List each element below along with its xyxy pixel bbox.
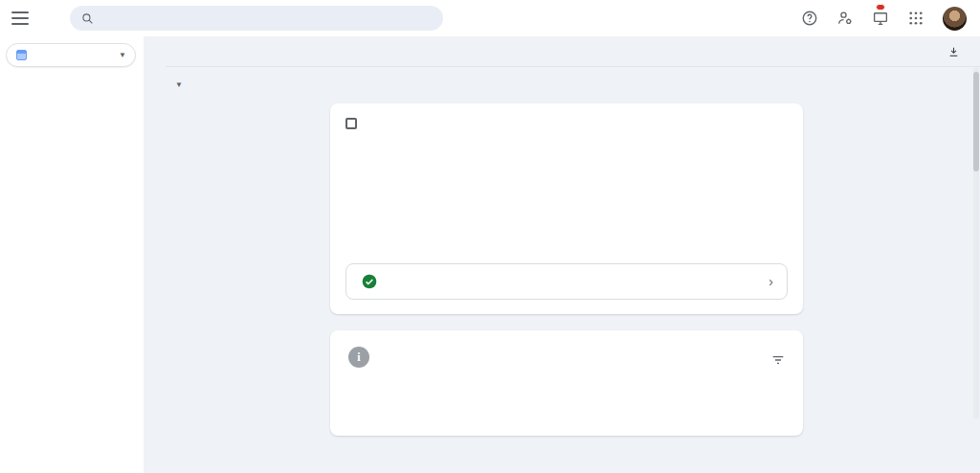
property-icon (16, 50, 27, 60)
apps-grid-icon[interactable] (907, 10, 924, 27)
message-center-icon[interactable] (872, 10, 889, 27)
not-indexed-reasons-card: i (330, 330, 803, 436)
view-indexed-data-button[interactable]: › (345, 263, 788, 300)
chart-plot-area (368, 141, 786, 225)
check-circle-icon (362, 274, 377, 289)
property-selector[interactable]: ▼ (6, 43, 136, 67)
account-settings-icon[interactable] (836, 10, 854, 27)
chevron-down-icon: ▼ (175, 80, 183, 89)
search-icon (81, 12, 94, 25)
menu-icon[interactable] (11, 11, 29, 25)
google-search-console-app: ▼ ▼ (0, 0, 980, 473)
help-icon[interactable] (801, 10, 818, 27)
page-filter-dropdown[interactable]: ▼ (166, 80, 183, 89)
url-inspection-search-input[interactable] (70, 6, 443, 31)
main-content: ▼ (144, 36, 980, 473)
scrollbar-thumb[interactable] (973, 72, 979, 171)
x-axis-labels (368, 229, 786, 241)
avatar[interactable] (943, 7, 967, 31)
info-icon: i (348, 347, 369, 368)
indexed-pages-chart (368, 141, 786, 241)
chevron-right-icon: › (768, 274, 773, 289)
indexing-chart-card: › (330, 103, 803, 314)
topbar-actions (801, 7, 967, 31)
filter-icon[interactable] (770, 352, 786, 368)
notification-badge (876, 4, 885, 11)
topbar (0, 0, 980, 36)
chevron-down-icon: ▼ (119, 51, 126, 59)
sidebar: ▼ (0, 36, 144, 473)
checkbox-unchecked-icon (345, 118, 357, 129)
export-button[interactable] (947, 46, 967, 58)
impressions-checkbox[interactable] (345, 118, 803, 129)
download-icon (947, 46, 960, 58)
